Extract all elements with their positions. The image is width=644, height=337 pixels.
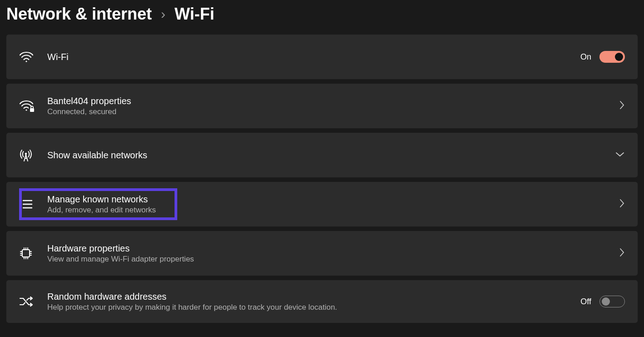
chevron-right-icon bbox=[619, 100, 625, 112]
network-properties-subtitle: Connected, secured bbox=[47, 107, 619, 116]
available-networks-title: Show available networks bbox=[47, 150, 615, 161]
random-hardware-toggle[interactable] bbox=[599, 296, 625, 307]
breadcrumb-current: Wi-Fi bbox=[175, 5, 215, 24]
svg-point-4 bbox=[20, 200, 21, 201]
svg-point-1 bbox=[25, 109, 27, 111]
hardware-properties-title: Hardware properties bbox=[47, 243, 619, 254]
wifi-toggle[interactable] bbox=[599, 51, 625, 63]
available-networks-row[interactable]: Show available networks bbox=[6, 133, 638, 177]
network-properties-title: Bantel404 properties bbox=[47, 96, 619, 106]
wifi-state-label: On bbox=[580, 52, 591, 62]
svg-rect-2 bbox=[30, 108, 34, 112]
random-hardware-title: Random hardware addresses bbox=[47, 292, 580, 302]
hardware-properties-row[interactable]: Hardware properties View and manage Wi-F… bbox=[6, 231, 638, 276]
manage-known-networks-row[interactable]: Manage known networks Add, remove, and e… bbox=[6, 182, 638, 226]
svg-point-0 bbox=[25, 60, 27, 62]
manage-known-networks-title: Manage known networks bbox=[47, 194, 619, 205]
random-hardware-row[interactable]: Random hardware addresses Help protect y… bbox=[6, 280, 638, 323]
svg-point-8 bbox=[20, 207, 21, 208]
random-hardware-state-label: Off bbox=[580, 297, 591, 307]
wifi-secured-icon bbox=[19, 100, 47, 112]
list-icon bbox=[19, 199, 47, 209]
breadcrumb: Network & internet › Wi-Fi bbox=[0, 0, 644, 35]
svg-point-6 bbox=[20, 204, 21, 205]
chevron-right-icon bbox=[619, 247, 625, 259]
network-properties-row[interactable]: Bantel404 properties Connected, secured bbox=[6, 84, 638, 128]
chevron-right-icon bbox=[619, 198, 625, 210]
shuffle-icon bbox=[19, 296, 47, 307]
hardware-properties-subtitle: View and manage Wi-Fi adapter properties bbox=[47, 255, 619, 264]
random-hardware-subtitle: Help protect your privacy by making it h… bbox=[47, 303, 580, 312]
chevron-down-icon bbox=[615, 151, 625, 159]
wifi-title: Wi-Fi bbox=[47, 52, 580, 62]
antenna-icon bbox=[19, 148, 47, 162]
chip-icon bbox=[19, 246, 47, 260]
svg-rect-10 bbox=[22, 250, 30, 257]
wifi-icon bbox=[19, 51, 47, 63]
wifi-toggle-row[interactable]: Wi-Fi On bbox=[6, 35, 638, 79]
chevron-right-icon: › bbox=[161, 6, 165, 22]
breadcrumb-parent[interactable]: Network & internet bbox=[6, 5, 152, 24]
manage-known-networks-subtitle: Add, remove, and edit networks bbox=[47, 206, 619, 215]
